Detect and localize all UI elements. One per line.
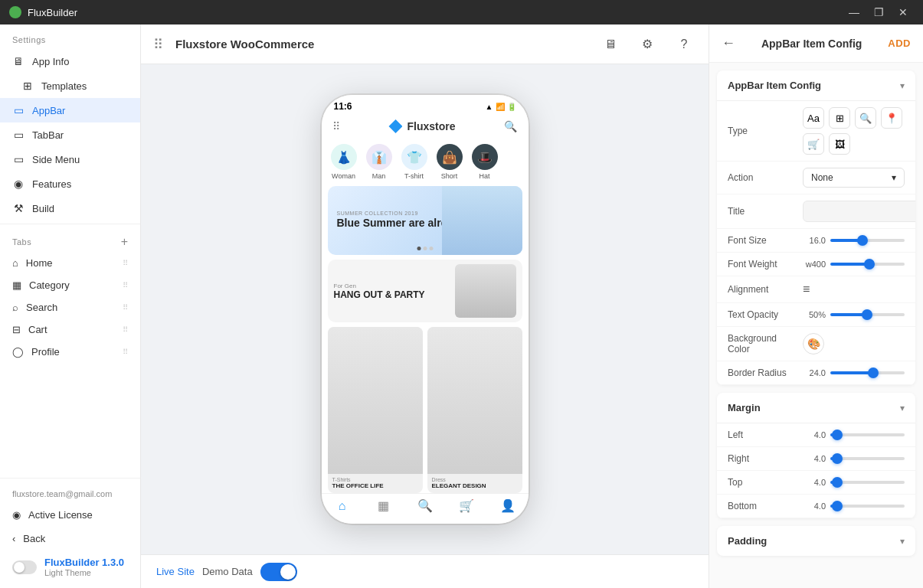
product-info-1: Dress ELEGANT DESIGN — [427, 474, 522, 493]
sidebar-item-license[interactable]: ◉ Active License — [0, 503, 140, 527]
margin-bottom-slider[interactable] — [830, 505, 905, 508]
minimize-button[interactable]: — — [843, 4, 865, 21]
font-size-content: 16.0 — [803, 236, 905, 245]
banner-image — [442, 186, 522, 255]
slider-thumb — [857, 235, 868, 246]
device-icon-button[interactable]: 🖥 — [598, 32, 623, 57]
product-category-0: T-Shirts — [332, 477, 418, 482]
padding-section-header[interactable]: Padding ▾ — [717, 526, 915, 556]
type-btn-image[interactable]: 🖼 — [829, 133, 850, 155]
product-info-0: T-Shirts THE OFFICE LIFE — [328, 474, 423, 493]
font-weight-slider[interactable] — [830, 263, 905, 266]
tabs-add-button[interactable]: + — [121, 235, 128, 249]
action-dropdown[interactable]: None ▾ — [803, 168, 905, 188]
font-size-slider[interactable] — [830, 239, 905, 242]
drag-handle-icon: ⠿ — [123, 281, 128, 289]
battery-icon: 🔋 — [507, 103, 516, 111]
margin-left-slider[interactable] — [830, 433, 905, 436]
config-section-header[interactable]: AppBar Item Config ▾ — [717, 70, 915, 100]
cart-icon: ⊟ — [12, 324, 21, 335]
font-size-label: Font Size — [728, 235, 797, 246]
product-name-0: THE OFFICE LIFE — [332, 482, 418, 490]
status-time: 11:6 — [334, 101, 352, 112]
sidebar-item-appbar[interactable]: ▭ AppBar — [0, 98, 140, 122]
sidebar-item-tabbar[interactable]: ▭ TabBar — [0, 122, 140, 147]
category-man[interactable]: 👔 Man — [362, 141, 397, 183]
close-button[interactable]: ✕ — [892, 4, 914, 21]
version-theme: Light Theme — [44, 568, 124, 577]
product-card-1[interactable]: Dress ELEGANT DESIGN — [427, 327, 522, 493]
type-btn-text[interactable]: Aa — [803, 107, 824, 129]
category-short[interactable]: 👜 Short — [432, 141, 467, 183]
type-icons-row: Aa ⊞ 🔍 📍 🛒 🖼 — [803, 107, 905, 155]
appbar-icon: ▭ — [12, 104, 25, 116]
font-size-value: 16.0 — [803, 236, 826, 245]
toolbar-title: Fluxstore WooCommerce — [175, 38, 589, 51]
slider-track — [830, 371, 905, 374]
font-weight-label: Font Weight — [728, 259, 797, 270]
slider-thumb — [832, 477, 843, 488]
sidebar-item-features[interactable]: ◉ Features — [0, 172, 140, 196]
text-opacity-prop-row: Text Opacity 50% — [717, 303, 915, 327]
profile-icon: ◯ — [12, 346, 24, 358]
panel-header: ← AppBar Item Config ADD — [709, 24, 923, 63]
nav-profile[interactable]: 👤 — [487, 498, 529, 513]
sidebar-item-sidemenu[interactable]: ▭ Side Menu — [0, 147, 140, 172]
main-layout: Settings 🖥 App Info ⊞ Templates ▭ AppBar… — [0, 24, 923, 588]
type-btn-grid[interactable]: ⊞ — [829, 107, 850, 129]
border-radius-slider[interactable] — [830, 371, 905, 374]
type-btn-search[interactable]: 🔍 — [855, 107, 876, 129]
maximize-button[interactable]: ❐ — [868, 4, 889, 21]
text-opacity-slider[interactable] — [830, 313, 905, 316]
cat-label: Hat — [479, 172, 489, 180]
action-prop-row: Action None ▾ — [717, 162, 915, 194]
features-icon: ◉ — [12, 178, 25, 190]
theme-toggle[interactable] — [12, 560, 37, 574]
config-section: AppBar Item Config ▾ Type Aa ⊞ 🔍 📍 🛒 🖼 — [717, 70, 915, 385]
sidebar-item-app-info[interactable]: 🖥 App Info — [0, 49, 140, 74]
margin-left-label: Left — [728, 430, 797, 440]
category-woman[interactable]: 👗 Woman — [326, 141, 362, 183]
category-hat[interactable]: 🎩 Hat — [467, 141, 502, 183]
tab-row-cart[interactable]: ⊟ Cart ⠿ — [0, 318, 140, 341]
sidebar-item-templates[interactable]: ⊞ Templates — [0, 74, 140, 98]
color-picker-button[interactable]: 🎨 — [803, 333, 824, 354]
grid-icon: ⠿ — [153, 36, 163, 53]
nav-home[interactable]: ⌂ — [322, 498, 363, 513]
category-tshirt[interactable]: 👕 T-shirt — [397, 141, 432, 183]
margin-section-header[interactable]: Margin ▾ — [717, 393, 915, 423]
help-icon-button[interactable]: ? — [672, 32, 696, 57]
back-icon: ‹ — [12, 533, 15, 544]
toolbar-right: 🖥 ⚙ ? — [598, 32, 696, 57]
panel-back-button[interactable]: ← — [722, 35, 735, 51]
tab-row-search[interactable]: ⌕ Search ⠿ — [0, 296, 140, 318]
product-card-0[interactable]: T-Shirts THE OFFICE LIFE — [328, 327, 423, 493]
sidebar-item-build[interactable]: ⚒ Build — [0, 196, 140, 220]
live-demo-toggle[interactable] — [260, 563, 297, 581]
section-image — [455, 264, 516, 318]
tab-row-profile[interactable]: ◯ Profile ⠿ — [0, 341, 140, 363]
title-input[interactable] — [803, 201, 915, 222]
nav-search[interactable]: 🔍 — [404, 498, 446, 513]
nav-cart[interactable]: 🛒 — [446, 498, 487, 513]
bottom-bar: Live Site Demo Data — [141, 554, 709, 588]
type-btn-cart[interactable]: 🛒 — [803, 133, 824, 155]
tab-row-home[interactable]: ⌂ Home ⠿ — [0, 252, 140, 274]
alignment-icon[interactable]: ≡ — [803, 283, 810, 296]
sidebar-item-back[interactable]: ‹ Back — [0, 527, 140, 550]
slider-thumb — [832, 430, 843, 440]
margin-right-row: Right 4.0 — [717, 447, 915, 471]
window-controls: — ❐ ✕ — [843, 4, 914, 21]
nav-category[interactable]: ▦ — [363, 498, 404, 513]
hat-category-icon: 🎩 — [472, 144, 498, 170]
type-btn-location[interactable]: 📍 — [881, 107, 902, 129]
tab-label: Cart — [28, 324, 47, 335]
woman-category-icon: 👗 — [331, 144, 357, 170]
panel-add-button[interactable]: ADD — [888, 38, 911, 49]
tab-row-category[interactable]: ▦ Category ⠿ — [0, 274, 140, 296]
margin-top-slider[interactable] — [830, 481, 905, 484]
margin-bottom-label: Bottom — [728, 501, 797, 511]
settings-icon-button[interactable]: ⚙ — [635, 32, 660, 57]
margin-top-row: Top 4.0 — [717, 471, 915, 495]
margin-right-slider[interactable] — [830, 457, 905, 460]
